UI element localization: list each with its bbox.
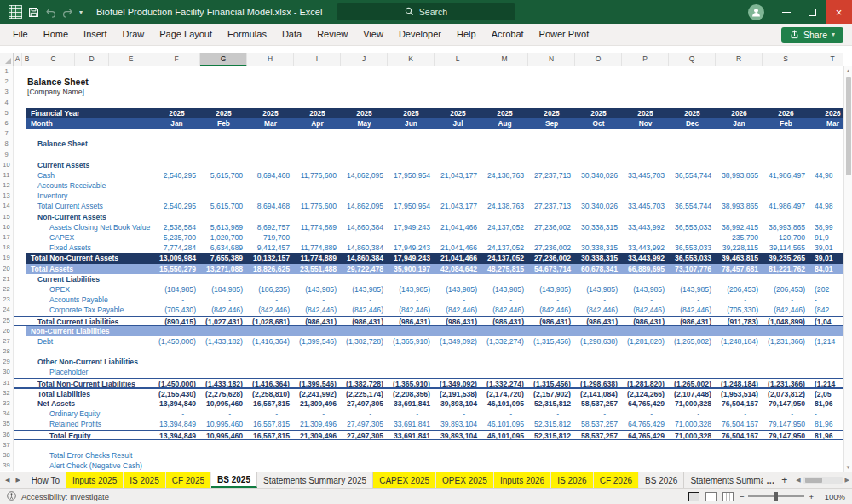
cell-G35[interactable]: 10,995,460 xyxy=(200,419,247,429)
cell-T5[interactable]: 2026 xyxy=(809,108,843,118)
row-label-cell[interactable]: Debt xyxy=(14,336,153,346)
cell-P16[interactable]: 33,443,992 xyxy=(622,222,669,232)
cell-Q6[interactable]: Dec xyxy=(669,118,716,129)
horizontal-scrollbar[interactable]: ◀ ▶ xyxy=(793,472,852,488)
row-label-cell[interactable]: Total Non-Current Assets xyxy=(26,253,153,263)
cell-J25[interactable]: (986,431) xyxy=(341,316,388,326)
cell-O16[interactable]: 30,338,315 xyxy=(575,222,622,232)
cell-O35[interactable]: 58,537,257 xyxy=(575,419,622,429)
cell-I24[interactable]: (842,446) xyxy=(294,305,341,315)
cell-N23[interactable]: - xyxy=(528,295,575,305)
cell-I22[interactable]: (143,985) xyxy=(294,284,341,295)
cell-J36[interactable]: 27,497,305 xyxy=(341,430,388,440)
cell-K19[interactable]: 17,949,243 xyxy=(388,253,435,263)
row-number-38[interactable]: 38 xyxy=(0,450,14,461)
cell-P34[interactable]: - xyxy=(622,409,669,419)
hscroll-right-icon[interactable]: ▶ xyxy=(845,477,849,484)
row-number-9[interactable]: 9 xyxy=(0,150,14,160)
cell-O31[interactable]: (1,298,638) xyxy=(575,378,622,388)
sheet-tab-capex-2025[interactable]: CAPEX 2025 xyxy=(373,472,436,488)
row-label-cell[interactable]: Total Current Liabilities xyxy=(14,316,153,326)
sheet-tab-how-to[interactable]: How To xyxy=(26,472,66,488)
cell-P33[interactable]: 64,765,429 xyxy=(622,398,669,409)
column-header-L[interactable]: L xyxy=(435,53,481,66)
sheet-tab-bs-2025[interactable]: BS 2025 xyxy=(211,472,257,488)
cell-M32[interactable]: (2,174,720) xyxy=(481,388,528,398)
cell-H18[interactable]: 9,412,457 xyxy=(247,243,294,253)
row-number-24[interactable]: 24 xyxy=(0,305,14,315)
cell-O20[interactable]: 60,678,341 xyxy=(575,264,622,274)
cell-J18[interactable]: 14,860,384 xyxy=(341,243,388,253)
cell-J6[interactable]: May xyxy=(341,118,388,129)
cell-J14[interactable]: 14,862,095 xyxy=(341,201,388,211)
cell-T17[interactable]: 91,9 xyxy=(809,232,843,243)
cell-O22[interactable]: (143,985) xyxy=(575,284,622,295)
cell-H27[interactable]: (1,416,364) xyxy=(247,336,294,346)
row-number-20[interactable]: 20 xyxy=(0,264,14,274)
cell-M25[interactable]: (986,431) xyxy=(481,316,528,326)
cell-H36[interactable]: 16,567,815 xyxy=(247,430,294,440)
cell-O23[interactable]: - xyxy=(575,295,622,305)
qat-customize-caret-icon[interactable]: ▾ xyxy=(79,9,83,16)
column-header-P[interactable]: P xyxy=(622,53,669,66)
cell-P31[interactable]: (1,281,820) xyxy=(622,378,669,388)
cell-M11[interactable]: 24,138,763 xyxy=(481,170,528,180)
cell-N33[interactable]: 52,315,812 xyxy=(528,398,575,409)
row-label-cell[interactable]: Ordinary Equity xyxy=(14,409,153,419)
cell-F22[interactable]: (184,985) xyxy=(153,284,200,295)
cell-L14[interactable]: 21,043,177 xyxy=(435,201,481,211)
row-label-cell[interactable] xyxy=(14,129,153,139)
cell-P18[interactable]: 33,443,992 xyxy=(622,243,669,253)
cell-H6[interactable]: Mar xyxy=(247,118,294,129)
column-header-Q[interactable]: Q xyxy=(669,53,716,66)
row-number-26[interactable]: 26 xyxy=(0,326,14,336)
cell-J26[interactable] xyxy=(341,326,388,336)
cell-Q20[interactable]: 73,107,776 xyxy=(669,264,716,274)
row-label-cell[interactable]: Fixed Assets xyxy=(14,243,153,253)
new-sheet-icon[interactable]: + xyxy=(779,474,790,486)
cell-K6[interactable]: Jun xyxy=(388,118,435,129)
cell-M24[interactable]: (842,446) xyxy=(481,305,528,315)
cell-R33[interactable]: 76,504,167 xyxy=(716,398,763,409)
row-number-14[interactable]: 14 xyxy=(0,201,14,211)
row-number-15[interactable]: 15 xyxy=(0,212,14,222)
row-number-37[interactable]: 37 xyxy=(0,440,14,450)
cell-P6[interactable]: Nov xyxy=(622,118,669,129)
cell-P32[interactable]: (2,124,266) xyxy=(622,388,669,398)
cell-H34[interactable]: - xyxy=(247,409,294,419)
horizontal-scroll-track[interactable] xyxy=(803,477,843,484)
cell-O27[interactable]: (1,298,638) xyxy=(575,336,622,346)
cell-G12[interactable]: - xyxy=(200,180,247,191)
cell-T34[interactable]: - xyxy=(809,409,843,419)
cell-I5[interactable]: 2025 xyxy=(294,108,341,118)
search-box[interactable]: Search xyxy=(337,3,515,20)
cell-F11[interactable]: 2,540,295 xyxy=(153,170,200,180)
sheet-tab-statements-summary-2025[interactable]: Statements Summary 2025 xyxy=(257,472,373,488)
cell-G24[interactable]: (842,446) xyxy=(200,305,247,315)
cell-O19[interactable]: 30,338,315 xyxy=(575,253,622,263)
cell-P24[interactable]: (842,446) xyxy=(622,305,669,315)
column-header-K[interactable]: K xyxy=(388,53,435,66)
cell-N18[interactable]: 27,236,002 xyxy=(528,243,575,253)
page-layout-view-icon[interactable] xyxy=(705,492,717,501)
column-header-G[interactable]: G xyxy=(200,53,247,66)
cell-G27[interactable]: (1,433,182) xyxy=(200,336,247,346)
cell-L32[interactable]: (2,191,538) xyxy=(435,388,481,398)
ribbon-tab-review[interactable]: Review xyxy=(309,24,355,45)
cell-J35[interactable]: 27,497,305 xyxy=(341,419,388,429)
row-label-cell[interactable]: Current Assets xyxy=(14,160,153,170)
cell-S14[interactable]: 41,986,497 xyxy=(763,201,809,211)
row-label-cell[interactable]: Net Assets xyxy=(14,398,153,409)
cell-S11[interactable]: 41,986,497 xyxy=(763,170,809,180)
cell-K25[interactable]: (986,431) xyxy=(388,316,435,326)
cell-T27[interactable]: (1,214 xyxy=(809,336,843,346)
cell-T23[interactable]: - xyxy=(809,295,843,305)
row-number-39[interactable]: 39 xyxy=(0,461,14,471)
cell-T20[interactable]: 84,01 xyxy=(809,264,843,274)
cell-R17[interactable]: 235,700 xyxy=(716,232,763,243)
row-number-10[interactable]: 10 xyxy=(0,160,14,170)
cell-I32[interactable]: (2,241,992) xyxy=(294,388,341,398)
cell-R31[interactable]: (1,248,184) xyxy=(716,378,763,388)
cell-L11[interactable]: 21,043,177 xyxy=(435,170,481,180)
cell-T18[interactable]: 39,01 xyxy=(809,243,843,253)
